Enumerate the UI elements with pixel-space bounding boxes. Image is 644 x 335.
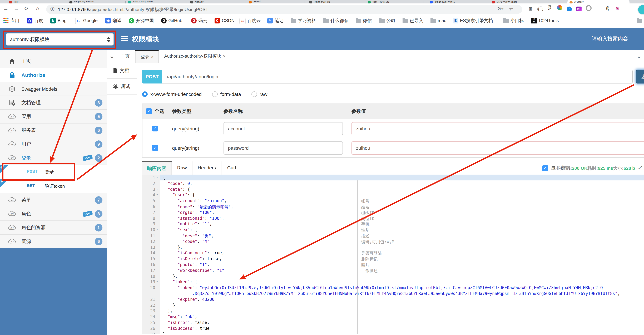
sidebar-item-文档管理[interactable]: 文档管理3 bbox=[0, 96, 107, 110]
response-tab-Headers[interactable]: Headers bbox=[192, 162, 222, 174]
bookmark-item[interactable]: 译翻译 bbox=[105, 18, 122, 25]
radio-icon[interactable] bbox=[212, 92, 218, 97]
body-type-radio-form-data[interactable]: form-data bbox=[212, 92, 241, 97]
sidebar-item-资源[interactable]: API资源6 bbox=[0, 234, 107, 248]
bookmark-item[interactable]: 学习资料 bbox=[291, 18, 316, 25]
bookmark-item[interactable]: mac bbox=[430, 18, 446, 25]
content-tab-登录[interactable]: 登录× bbox=[135, 50, 159, 63]
response-tab-Curl[interactable]: Curl bbox=[222, 162, 242, 174]
sidebar-item-用户[interactable]: API用户9 bbox=[0, 137, 107, 151]
chevrons-extension-icon[interactable]: ﹀﹀ bbox=[595, 5, 601, 12]
browser-tab[interactable]: 权限模块 bbox=[568, 0, 630, 4]
header-search-input[interactable]: 请输入搜索内容 bbox=[592, 36, 628, 42]
page-info-icon[interactable]: ⓘ bbox=[50, 6, 54, 12]
bookmark-star-icon[interactable]: ☆ bbox=[509, 6, 513, 12]
home-button[interactable]: ⌂ bbox=[34, 6, 42, 12]
gitzip-extension-icon[interactable]: GitZip bbox=[605, 5, 611, 12]
sidebar-item-角色[interactable]: API角色NEW8 bbox=[0, 207, 107, 221]
sidebar-item-应用[interactable]: API应用5 bbox=[0, 110, 107, 124]
reload-button[interactable]: ⟳ bbox=[23, 6, 30, 12]
sidebar-op-get-验证token[interactable]: NEWGET验证token bbox=[0, 179, 107, 193]
forward-button[interactable]: → bbox=[12, 6, 20, 12]
more-tabs-icon[interactable]: » bbox=[638, 54, 640, 59]
sidebar-item-主页[interactable]: 主页 bbox=[0, 54, 107, 68]
bookmark-item[interactable]: GGoogle bbox=[75, 18, 98, 25]
color-wheel-extension-icon[interactable] bbox=[556, 5, 562, 12]
body-type-radio-x-www-form-urlencoded[interactable]: x-www-form-urlencoded bbox=[142, 92, 202, 97]
sidebar-op-post-登录[interactable]: NEWPOST登录 bbox=[0, 165, 107, 179]
fold-marker[interactable]: ▾ bbox=[156, 194, 158, 196]
send-button[interactable]: 发送 bbox=[636, 70, 644, 84]
translate-icon[interactable]: G文 bbox=[498, 6, 504, 11]
ring-extension-icon[interactable] bbox=[585, 5, 592, 12]
back-button[interactable]: ← bbox=[2, 6, 10, 12]
param-name-input[interactable]: password bbox=[224, 141, 343, 154]
expand-icon[interactable]: ⤢ bbox=[638, 165, 642, 170]
api-path-input[interactable]: /api/authority/anno/login bbox=[162, 70, 632, 84]
browser-tab[interactable]: Zana - JumpServer bbox=[126, 0, 184, 4]
content-tab-Authorize-authority-权限模块[interactable]: Authorize-authority-权限模块× bbox=[159, 50, 230, 63]
fold-marker[interactable]: ▾ bbox=[156, 188, 158, 190]
bookmark-item[interactable]: bBing bbox=[50, 18, 66, 25]
browser-tab[interactable]: github-pack 文件依 bbox=[428, 0, 486, 4]
bookmark-item[interactable]: 应用 bbox=[4, 18, 19, 25]
radio-icon[interactable] bbox=[251, 92, 257, 97]
response-tab-Raw[interactable]: Raw bbox=[172, 162, 192, 174]
collapse-tabs-icon[interactable]: « bbox=[110, 54, 113, 59]
close-tab-icon[interactable]: × bbox=[151, 54, 154, 59]
sidebar-item-Swagger Models[interactable]: Swagger Models bbox=[0, 82, 107, 96]
bookmark-overflow-folder[interactable]: 其 bbox=[637, 18, 644, 25]
content-tab-主页[interactable]: 主页 bbox=[116, 50, 134, 63]
param-name-input[interactable]: account bbox=[224, 122, 343, 135]
show-desc-checkbox[interactable]: ✓ bbox=[542, 165, 548, 171]
profile-avatar[interactable] bbox=[638, 4, 644, 15]
bookmark-item[interactable]: GGitHub bbox=[161, 18, 182, 25]
module-select[interactable]: authority-权限模块 bbox=[6, 33, 114, 46]
sidebar-item-服务表[interactable]: API服务表6 bbox=[0, 124, 107, 137]
doc-nav-文档[interactable]: 文档 bbox=[107, 63, 136, 79]
row-checkbox[interactable]: ✓ bbox=[152, 145, 158, 151]
param-value-input[interactable]: zuihou bbox=[352, 141, 644, 154]
browser-tab[interactable]: Hutool bbox=[247, 0, 305, 4]
rp-extension-icon[interactable]: RP bbox=[576, 5, 582, 12]
bookmark-item[interactable]: 10241024Tools bbox=[531, 18, 559, 25]
menu-icon[interactable] bbox=[122, 36, 128, 42]
sidebar-item-登录[interactable]: API登录NEW2 bbox=[0, 151, 107, 165]
close-tab-icon[interactable]: × bbox=[223, 54, 226, 59]
address-bar[interactable]: ⓘ 127.0.0.1:8760/api/gate/doc.html#/auth… bbox=[46, 5, 522, 14]
browser-tab[interactable]: 日报 bbox=[7, 0, 66, 4]
browser-tab[interactable]: 识别（多元法提 bbox=[366, 0, 424, 4]
bookmark-item[interactable]: CCSDN bbox=[214, 18, 234, 25]
bookmark-item[interactable]: C开源中国 bbox=[129, 18, 154, 25]
browser-tab[interactable]: temporary interfac bbox=[67, 0, 126, 4]
globe-extension-icon[interactable]: ◔ bbox=[566, 5, 572, 12]
reader-extension-icon[interactable]: ▣ bbox=[528, 5, 534, 12]
code-braces-extension-icon[interactable]: {…} bbox=[537, 5, 543, 12]
bookmark-item[interactable]: EES搜索引擎文档 bbox=[453, 18, 493, 25]
bookmark-item[interactable]: 微信 bbox=[356, 18, 372, 25]
sidebar-item-菜单[interactable]: API菜单7 bbox=[0, 193, 107, 207]
bookmark-item[interactable]: 已导入 bbox=[402, 18, 423, 25]
bookmark-item[interactable]: 百百度 bbox=[27, 18, 43, 25]
radio-icon[interactable] bbox=[142, 92, 148, 97]
sidebar-item-Authorize[interactable]: Authorize bbox=[0, 68, 107, 82]
bookmark-item[interactable]: ∞百度云 bbox=[240, 18, 261, 25]
response-tab-响应内容[interactable]: 响应内容 bbox=[142, 162, 172, 174]
bookmark-item[interactable]: 公司 bbox=[379, 18, 395, 25]
select-all-checkbox[interactable]: ✓ bbox=[146, 108, 152, 114]
bookmark-item[interactable]: ✎笔记 bbox=[267, 18, 284, 25]
browser-tab[interactable]: Route 解析（多 bbox=[307, 0, 366, 4]
bookmark-item[interactable]: 什么都有 bbox=[323, 18, 348, 25]
doc-nav-调试[interactable]: 调试 bbox=[107, 79, 136, 94]
asterisk-extension-icon[interactable]: ✳ bbox=[614, 5, 620, 12]
bookmark-item[interactable]: 小目标 bbox=[503, 18, 524, 25]
fold-marker[interactable]: ▾ bbox=[156, 228, 158, 231]
param-value-input[interactable]: zuihou bbox=[352, 122, 644, 135]
fold-marker[interactable]: ▾ bbox=[156, 280, 158, 284]
en-translate-extension-icon[interactable]: 英en bbox=[547, 5, 553, 12]
sidebar-item-角色的资源[interactable]: API角色的资源1 bbox=[0, 221, 107, 234]
browser-tab[interactable]: Node 解 bbox=[188, 0, 247, 4]
bookmark-item[interactable]: G码云 bbox=[191, 18, 207, 25]
fold-marker[interactable]: ▾ bbox=[156, 176, 158, 179]
body-type-radio-raw[interactable]: raw bbox=[251, 92, 267, 97]
